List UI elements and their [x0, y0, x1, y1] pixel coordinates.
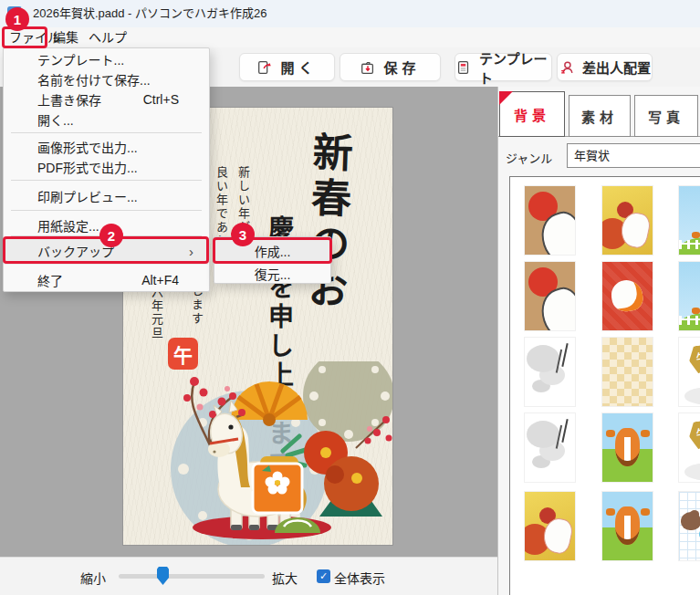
thumbnail-gold-checker[interactable]: [602, 338, 653, 406]
zoom-slider-thumb[interactable]: [157, 567, 169, 585]
person-icon: [559, 59, 575, 76]
thumbnail-uma-seal[interactable]: [679, 338, 700, 406]
template-button-label: テンプレート: [479, 48, 551, 87]
title-bar: 2026年賀状.padd - パソコンでハガキ作成26: [0, 0, 700, 27]
menu-help[interactable]: ヘルプ: [89, 27, 127, 47]
menu-separator: [11, 132, 202, 133]
save-button-label: 保存: [383, 57, 420, 77]
backup-submenu: 作成... 復元...: [214, 236, 331, 284]
annotation-step-1: 1: [5, 7, 29, 31]
file-menu-dropdown: テンプレート... 名前を付けて保存... 上書き保存Ctrl+S 開く... …: [3, 47, 210, 292]
save-document-icon: [360, 59, 376, 76]
thumbnail-red-toy-horse[interactable]: [602, 262, 653, 330]
menu-item-export-image[interactable]: 画像形式で出力...: [5, 137, 208, 157]
thumbnail-meadow-horses[interactable]: [679, 262, 700, 330]
annotation-step-3: 3: [231, 223, 255, 246]
app-window: 2026年賀状.padd - パソコンでハガキ作成26 ファイル 編集 ヘルプ …: [0, 0, 700, 595]
thumbnail-uma-seal[interactable]: [679, 413, 700, 482]
zoom-bar: 縮小 拡大 ✓ 全体表示: [0, 557, 497, 595]
horse-illustration: [123, 361, 392, 545]
tab-background[interactable]: 背景: [499, 91, 565, 137]
thumbnail-gold-white-horse[interactable]: [602, 186, 653, 255]
menu-item-print-preview[interactable]: 印刷プレビュー...: [5, 185, 208, 207]
tab-photo[interactable]: 写真: [634, 95, 698, 137]
annotation-step-2: 2: [99, 224, 123, 247]
open-document-icon: [256, 59, 273, 76]
thumbnail-grid: [509, 176, 700, 595]
fit-view-label: 全体表示: [334, 569, 385, 587]
menu-item-template[interactable]: テンプレート...: [5, 49, 208, 69]
fit-view-checkbox[interactable]: ✓: [317, 569, 330, 583]
sender-placement-button[interactable]: 差出人配置: [557, 53, 653, 81]
open-button[interactable]: 開く: [239, 53, 335, 81]
thumbnail-meadow-horses[interactable]: [679, 186, 700, 255]
shortcut-save: Ctrl+S: [143, 92, 208, 107]
menu-item-save[interactable]: 上書き保存Ctrl+S: [5, 89, 208, 110]
menu-item-save-as[interactable]: 名前を付けて保存...: [5, 69, 208, 89]
shortcut-exit: Alt+F4: [141, 273, 208, 287]
template-button[interactable]: テンプレート: [454, 53, 552, 81]
menu-separator: [11, 180, 202, 181]
thumbnail-grid-horse[interactable]: [679, 492, 700, 560]
menu-item-exit[interactable]: 終了Alt+F4: [5, 268, 208, 291]
submenu-arrow-icon: ›: [189, 244, 193, 259]
thumbnail-horse-sketch-sun[interactable]: [525, 186, 575, 255]
sender-placement-label: 差出人配置: [582, 57, 651, 77]
window-title: 2026年賀状.padd - パソコンでハガキ作成26: [33, 0, 266, 27]
menu-item-open[interactable]: 開く...: [5, 110, 208, 130]
zoom-out-label: 縮小: [80, 569, 106, 587]
genre-label: ジャンル: [506, 149, 552, 166]
thumbnail-ink-horse[interactable]: [525, 338, 575, 406]
thumbnail-horse-face[interactable]: [602, 492, 653, 560]
submenu-item-create[interactable]: 作成...: [215, 238, 329, 263]
tab-material[interactable]: 素材: [569, 95, 631, 137]
template-document-icon: [455, 59, 472, 76]
zoom-in-label: 拡大: [272, 569, 298, 587]
thumbnail-gold-white-horse[interactable]: [525, 492, 575, 560]
menu-edit[interactable]: 編集: [53, 27, 78, 47]
thumbnail-horse-sketch-sun[interactable]: [525, 262, 575, 330]
material-panel: 背景 素材 写真 ジャンル 年賀状: [497, 87, 700, 595]
genre-dropdown[interactable]: 年賀状: [567, 143, 700, 168]
zoom-slider[interactable]: [119, 574, 265, 579]
open-button-label: 開く: [280, 57, 317, 77]
menu-item-export-pdf[interactable]: PDF形式で出力...: [5, 157, 208, 177]
thumbnail-horse-face[interactable]: [602, 413, 653, 482]
thumbnail-ink-horse[interactable]: [525, 413, 575, 482]
menu-bar: ファイル 編集 ヘルプ: [0, 27, 700, 47]
submenu-item-restore[interactable]: 復元...: [215, 263, 329, 284]
menu-separator: [11, 210, 202, 211]
greeting-calligraphy: 新春のお: [295, 130, 360, 315]
save-button[interactable]: 保存: [340, 53, 441, 81]
